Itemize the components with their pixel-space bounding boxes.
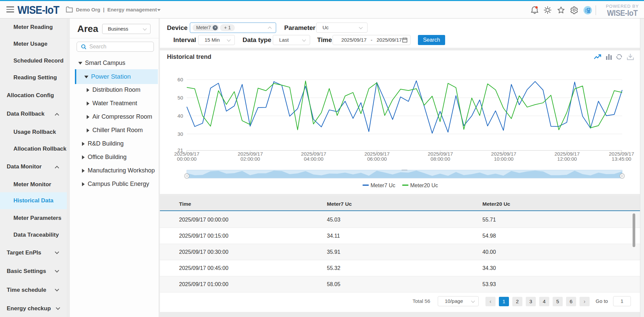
svg-text:12:00:00: 12:00:00 — [557, 156, 577, 162]
svg-text:30: 30 — [177, 131, 183, 137]
svg-text:Meter7 Uc: Meter7 Uc — [371, 183, 395, 188]
svg-text:60: 60 — [177, 77, 183, 82]
svg-text:10:00:00: 10:00:00 — [494, 156, 513, 162]
svg-text:50: 50 — [177, 95, 183, 101]
svg-text:40: 40 — [177, 113, 183, 119]
svg-text:00:00:00: 00:00:00 — [177, 156, 197, 162]
svg-text:Meter20 Uc: Meter20 Uc — [410, 183, 438, 188]
svg-text:08:00:00: 08:00:00 — [431, 156, 450, 162]
svg-text:02:00:00: 02:00:00 — [241, 156, 260, 162]
svg-text:13:45:00: 13:45:00 — [612, 156, 631, 162]
svg-text:06:00:00: 06:00:00 — [367, 156, 387, 162]
svg-text:04:00:00: 04:00:00 — [304, 156, 323, 162]
